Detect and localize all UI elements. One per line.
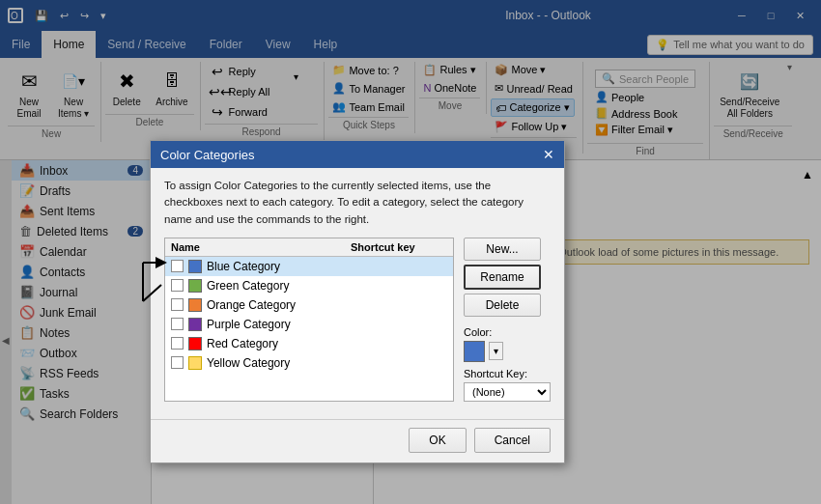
category-item-blue[interactable]: Blue Category <box>165 257 453 276</box>
red-color-swatch <box>188 337 202 350</box>
purple-color-swatch <box>188 318 202 331</box>
orange-category-name: Orange Category <box>207 298 346 312</box>
green-category-name: Green Category <box>207 279 346 293</box>
delete-category-button[interactable]: Delete <box>464 294 541 317</box>
shortcut-section: Shortcut Key: (None) CTRL+F2 CTRL+F3 <box>464 368 551 402</box>
shortcut-key-select[interactable]: (None) CTRL+F2 CTRL+F3 <box>464 382 551 402</box>
ok-button[interactable]: OK <box>409 428 466 453</box>
category-item-red[interactable]: Red Category <box>165 334 453 353</box>
col-shortcut-header: Shortcut key <box>351 241 447 253</box>
dialog-title-bar: Color Categories ✕ <box>151 141 564 168</box>
color-preview-box <box>464 341 485 362</box>
color-dropdown-button[interactable]: ▾ <box>489 342 503 360</box>
category-item-orange[interactable]: Orange Category <box>165 295 453 315</box>
red-checkbox[interactable] <box>171 337 184 350</box>
purple-category-name: Purple Category <box>207 318 346 331</box>
yellow-checkbox[interactable] <box>171 356 184 369</box>
blue-category-name: Blue Category <box>207 260 346 273</box>
category-item-green[interactable]: Green Category <box>165 276 453 295</box>
color-label: Color: <box>464 326 551 338</box>
category-item-purple[interactable]: Purple Category <box>165 315 453 334</box>
green-checkbox[interactable] <box>171 279 184 292</box>
col-name-header: Name <box>171 241 351 253</box>
dialog-close-button[interactable]: ✕ <box>543 147 554 162</box>
new-category-button[interactable]: New... <box>464 238 541 261</box>
category-list-container: Name Shortcut key Blue Category <box>164 238 454 402</box>
dialog-footer: OK Cancel <box>151 419 564 462</box>
rename-category-button[interactable]: Rename <box>464 265 541 290</box>
color-section: Color: ▾ <box>464 326 551 362</box>
yellow-category-name: Yellow Category <box>207 356 346 370</box>
dialog-overlay: Color Categories ✕ To assign Color Categ… <box>0 0 821 504</box>
dialog-title-text: Color Categories <box>160 148 255 162</box>
blue-checkbox[interactable] <box>171 260 184 272</box>
purple-checkbox[interactable] <box>171 318 184 330</box>
dialog-main: Name Shortcut key Blue Category <box>164 238 551 402</box>
blue-color-swatch <box>188 260 202 273</box>
color-categories-dialog: Color Categories ✕ To assign Color Categ… <box>150 140 565 463</box>
green-color-swatch <box>188 279 202 293</box>
dialog-action-buttons: New... Rename Delete <box>464 238 541 317</box>
yellow-color-swatch <box>188 356 202 370</box>
shortcut-key-label: Shortcut Key: <box>464 368 551 379</box>
category-list-section: Name Shortcut key Blue Category <box>164 238 454 402</box>
dialog-description: To assign Color Categories to the curren… <box>164 178 551 228</box>
dialog-body: To assign Color Categories to the curren… <box>151 168 564 411</box>
category-item-yellow[interactable]: Yellow Category <box>165 353 453 373</box>
color-row: ▾ <box>464 341 551 362</box>
orange-checkbox[interactable] <box>171 298 184 311</box>
cancel-button[interactable]: Cancel <box>474 428 551 453</box>
category-list-header: Name Shortcut key <box>165 238 453 257</box>
orange-color-swatch <box>188 298 202 312</box>
red-category-name: Red Category <box>207 337 346 350</box>
dialog-right-panel: New... Rename Delete Color: ▾ Shortcut K… <box>464 238 551 402</box>
